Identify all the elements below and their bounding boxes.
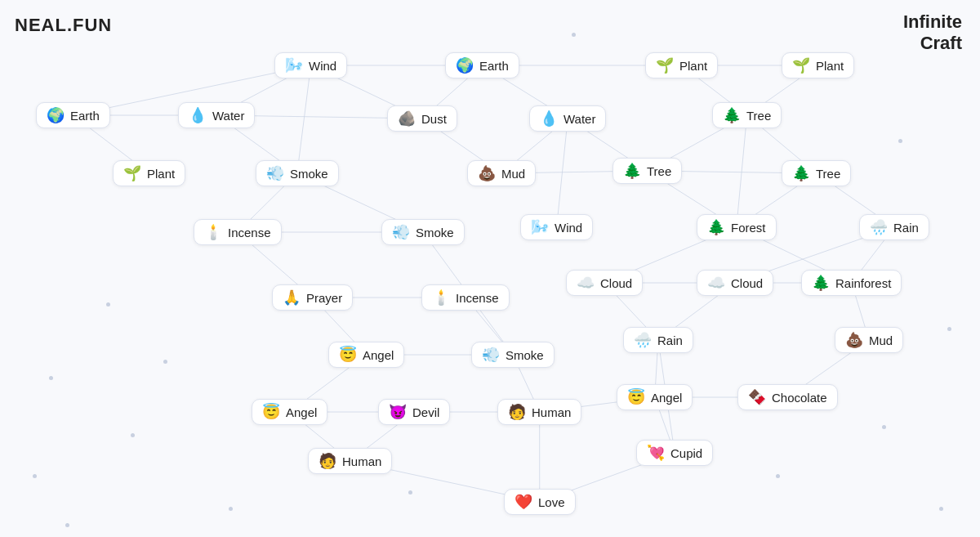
node-angel1[interactable]: 😇Angel bbox=[328, 342, 404, 368]
node-label-plant3: Plant bbox=[147, 167, 175, 181]
node-emoji-angel1: 😇 bbox=[339, 347, 357, 362]
node-rain2[interactable]: 🌧️Rain bbox=[623, 327, 693, 353]
node-smoke3[interactable]: 💨Smoke bbox=[471, 342, 555, 368]
node-earth1[interactable]: 🌍Earth bbox=[36, 102, 110, 128]
connections-layer bbox=[0, 0, 980, 537]
node-label-angel2: Angel bbox=[286, 405, 317, 419]
node-label-wind2: Wind bbox=[555, 221, 582, 235]
node-label-mud1: Mud bbox=[501, 167, 525, 181]
node-label-smoke1: Smoke bbox=[290, 167, 328, 181]
app-title-line2: Craft bbox=[920, 33, 962, 53]
node-label-prayer1: Prayer bbox=[306, 291, 342, 305]
node-label-tree3: Tree bbox=[816, 167, 840, 181]
node-label-tree1: Tree bbox=[746, 109, 771, 123]
node-rainforest1[interactable]: 🌲Rainforest bbox=[801, 270, 902, 296]
node-wind1[interactable]: 🌬️Wind bbox=[274, 52, 347, 78]
node-emoji-human2: 🧑 bbox=[318, 454, 336, 468]
node-angel2[interactable]: 😇Angel bbox=[252, 399, 327, 425]
node-earth2[interactable]: 🌍Earth bbox=[445, 52, 519, 78]
app-title-line1: Infinite bbox=[903, 11, 962, 32]
node-emoji-rain2: 🌧️ bbox=[634, 333, 652, 347]
node-label-plant1: Plant bbox=[679, 59, 707, 73]
node-emoji-forest1: 🌲 bbox=[707, 220, 725, 235]
node-cupid1[interactable]: 💘Cupid bbox=[636, 440, 713, 466]
node-label-water1: Water bbox=[212, 109, 244, 123]
node-emoji-tree3: 🌲 bbox=[792, 166, 810, 181]
node-label-earth2: Earth bbox=[479, 59, 509, 73]
node-mud2[interactable]: 💩Mud bbox=[835, 327, 903, 353]
node-emoji-water1: 💧 bbox=[189, 108, 207, 123]
decorative-dot-0 bbox=[106, 302, 110, 307]
node-emoji-plant3: 🌱 bbox=[123, 166, 141, 181]
node-water2[interactable]: 💧Water bbox=[529, 105, 606, 132]
node-wind2[interactable]: 🌬️Wind bbox=[520, 214, 593, 240]
svg-line-20 bbox=[737, 115, 747, 227]
node-water1[interactable]: 💧Water bbox=[178, 102, 255, 128]
node-emoji-tree1: 🌲 bbox=[723, 108, 741, 123]
node-emoji-earth1: 🌍 bbox=[47, 108, 65, 123]
node-mud1[interactable]: 💩Mud bbox=[467, 160, 536, 186]
node-devil1[interactable]: 😈Devil bbox=[378, 399, 450, 425]
node-plant3[interactable]: 🌱Plant bbox=[113, 160, 185, 186]
node-cloud2[interactable]: ☁️Cloud bbox=[697, 270, 773, 296]
node-prayer1[interactable]: 🙏Prayer bbox=[272, 284, 353, 311]
node-label-forest1: Forest bbox=[731, 221, 766, 235]
node-smoke1[interactable]: 💨Smoke bbox=[256, 160, 339, 186]
node-label-plant2: Plant bbox=[816, 59, 844, 73]
node-emoji-cloud2: ☁️ bbox=[707, 275, 725, 290]
node-emoji-love1: ❤️ bbox=[514, 494, 532, 509]
node-label-tree2: Tree bbox=[647, 164, 671, 178]
node-label-cupid1: Cupid bbox=[670, 446, 702, 460]
node-label-angel3: Angel bbox=[651, 391, 682, 405]
node-label-rainforest1: Rainforest bbox=[835, 276, 891, 290]
decorative-dot-3 bbox=[49, 376, 53, 380]
svg-line-8 bbox=[297, 65, 311, 173]
node-human2[interactable]: 🧑Human bbox=[308, 448, 392, 474]
decorative-dot-6 bbox=[898, 139, 902, 143]
node-label-chocolate1: Chocolate bbox=[772, 391, 827, 405]
node-rain1[interactable]: 🌧️Rain bbox=[859, 214, 929, 240]
node-love1[interactable]: ❤️Love bbox=[504, 489, 576, 515]
node-human1[interactable]: 🧑Human bbox=[497, 399, 581, 425]
node-label-human2: Human bbox=[342, 454, 381, 468]
node-smoke2[interactable]: 💨Smoke bbox=[381, 219, 465, 245]
node-incense2[interactable]: 🕯️Incense bbox=[421, 284, 510, 311]
node-label-angel1: Angel bbox=[363, 348, 394, 362]
node-plant1[interactable]: 🌱Plant bbox=[645, 52, 718, 78]
node-dust1[interactable]: 🪨Dust bbox=[387, 105, 457, 132]
node-emoji-angel3: 😇 bbox=[627, 390, 645, 405]
node-emoji-devil1: 😈 bbox=[389, 405, 407, 419]
node-incense1[interactable]: 🕯️Incense bbox=[194, 219, 282, 245]
node-emoji-mud1: 💩 bbox=[478, 166, 496, 181]
decorative-dot-11 bbox=[229, 507, 233, 511]
node-emoji-mud2: 💩 bbox=[845, 333, 863, 347]
node-emoji-water2: 💧 bbox=[540, 111, 558, 126]
node-emoji-cloud1: ☁️ bbox=[577, 275, 595, 290]
node-label-incense2: Incense bbox=[456, 291, 499, 305]
node-emoji-rain1: 🌧️ bbox=[870, 220, 888, 235]
node-label-wind1: Wind bbox=[309, 59, 336, 73]
node-label-mud2: Mud bbox=[869, 333, 893, 347]
node-cloud1[interactable]: ☁️Cloud bbox=[566, 270, 643, 296]
node-emoji-plant2: 🌱 bbox=[792, 58, 810, 73]
node-tree2[interactable]: 🌲Tree bbox=[612, 158, 682, 184]
node-chocolate1[interactable]: 🍫Chocolate bbox=[737, 384, 838, 410]
node-emoji-smoke2: 💨 bbox=[392, 225, 410, 239]
decorative-dot-12 bbox=[65, 523, 69, 527]
craft-canvas: NEAL.FUN Infinite Craft 🌍Earth💧Water🌬️Wi… bbox=[0, 0, 980, 537]
logo: NEAL.FUN bbox=[15, 15, 112, 36]
node-emoji-rainforest1: 🌲 bbox=[812, 275, 830, 290]
node-emoji-chocolate1: 🍫 bbox=[748, 390, 766, 405]
node-emoji-plant1: 🌱 bbox=[656, 58, 674, 73]
node-plant2[interactable]: 🌱Plant bbox=[782, 52, 854, 78]
node-emoji-dust1: 🪨 bbox=[398, 111, 416, 126]
node-tree1[interactable]: 🌲Tree bbox=[712, 102, 782, 128]
node-tree3[interactable]: 🌲Tree bbox=[782, 160, 851, 186]
decorative-dot-2 bbox=[131, 433, 135, 437]
node-forest1[interactable]: 🌲Forest bbox=[697, 214, 777, 240]
node-emoji-smoke1: 💨 bbox=[266, 166, 284, 181]
node-label-love1: Love bbox=[538, 495, 565, 509]
node-label-rain2: Rain bbox=[657, 333, 683, 347]
svg-line-17 bbox=[557, 119, 568, 227]
node-angel3[interactable]: 😇Angel bbox=[617, 384, 693, 410]
